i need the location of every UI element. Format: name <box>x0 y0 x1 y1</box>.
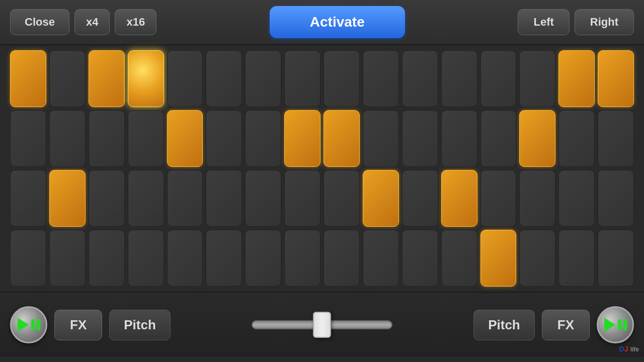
grid-cell-r2-c0[interactable] <box>10 170 46 227</box>
grid-cell-r1-c12[interactable] <box>480 110 517 167</box>
left-pause-bar-1 <box>31 319 35 330</box>
grid-cell-r1-c13[interactable] <box>519 110 555 167</box>
left-play-button[interactable] <box>10 306 47 343</box>
right-button[interactable]: Right <box>575 9 634 35</box>
grid-cell-r1-c6[interactable] <box>245 110 281 167</box>
left-pause-bar-2 <box>37 319 40 330</box>
top-bar: Close x4 x16 Activate Left Right <box>0 0 644 45</box>
activate-button[interactable]: Activate <box>270 6 405 38</box>
watermark-rest: life <box>630 346 639 353</box>
grid-cell-r3-c1[interactable] <box>49 230 86 287</box>
grid-cell-r3-c14[interactable] <box>558 230 595 287</box>
grid-cell-r3-c8[interactable] <box>324 230 360 287</box>
grid-cell-r3-c7[interactable] <box>284 230 320 287</box>
watermark-d: J <box>624 345 628 353</box>
right-play-pause-icon <box>604 318 627 332</box>
grid-cell-r0-c6[interactable] <box>245 50 281 107</box>
grid-cell-r3-c5[interactable] <box>206 230 242 287</box>
grid-cell-r3-c9[interactable] <box>363 230 399 287</box>
grid-area <box>0 45 644 292</box>
top-left-controls: Close x4 x16 <box>10 9 156 35</box>
grid-cell-r2-c10[interactable] <box>402 170 438 227</box>
right-pitch-button[interactable]: Pitch <box>473 310 535 340</box>
grid-cell-r1-c5[interactable] <box>206 110 242 167</box>
grid-cell-r0-c4[interactable] <box>167 50 203 107</box>
grid-cell-r0-c11[interactable] <box>441 50 477 107</box>
crossfader-container <box>252 312 392 337</box>
grid-cell-r3-c10[interactable] <box>402 230 438 287</box>
right-fx-button[interactable]: FX <box>542 310 590 340</box>
grid-cell-r1-c10[interactable] <box>402 110 438 167</box>
grid-cell-r1-c15[interactable] <box>598 110 634 167</box>
left-play-triangle <box>18 318 29 332</box>
left-fx-button[interactable]: FX <box>54 310 102 340</box>
grid-cell-r3-c15[interactable] <box>598 230 634 287</box>
grid-cell-r2-c8[interactable] <box>324 170 360 227</box>
grid-cell-r2-c12[interactable] <box>480 170 517 227</box>
grid-cell-r0-c5[interactable] <box>206 50 242 107</box>
grid-cell-r3-c12[interactable] <box>480 230 517 287</box>
right-pause-bars <box>618 319 627 330</box>
grid-cell-r1-c3[interactable] <box>128 110 164 167</box>
grid-cell-r2-c6[interactable] <box>245 170 281 227</box>
grid-cell-r2-c2[interactable] <box>89 170 125 227</box>
grid-cell-r0-c8[interactable] <box>324 50 360 107</box>
x4-button[interactable]: x4 <box>74 9 110 35</box>
grid-cell-r0-c2[interactable] <box>89 50 125 107</box>
left-pause-bars <box>31 319 40 330</box>
grid-cell-r0-c9[interactable] <box>363 50 399 107</box>
grid-cell-r2-c3[interactable] <box>128 170 164 227</box>
grid-cell-r2-c4[interactable] <box>167 170 203 227</box>
grid-cell-r0-c7[interactable] <box>284 50 320 107</box>
grid-cell-r2-c15[interactable] <box>598 170 634 227</box>
grid-cell-r1-c9[interactable] <box>363 110 399 167</box>
grid-cell-r0-c14[interactable] <box>558 50 595 107</box>
grid-cell-r0-c12[interactable] <box>480 50 517 107</box>
grid-cell-r1-c2[interactable] <box>89 110 125 167</box>
watermark-p: D <box>619 345 624 353</box>
grid-cell-r1-c11[interactable] <box>441 110 477 167</box>
grid-cell-r2-c14[interactable] <box>558 170 595 227</box>
grid-cell-r0-c15[interactable] <box>598 50 634 107</box>
bottom-center-slider <box>171 312 473 337</box>
grid-cell-r0-c0[interactable] <box>10 50 46 107</box>
grid-cell-r1-c7[interactable] <box>284 110 320 167</box>
grid-cell-r1-c14[interactable] <box>558 110 595 167</box>
crossfader-track <box>252 320 392 329</box>
grid-cell-r3-c11[interactable] <box>441 230 477 287</box>
right-play-button[interactable] <box>597 306 634 343</box>
grid-cell-r1-c0[interactable] <box>10 110 46 167</box>
grid-cell-r2-c13[interactable] <box>519 170 555 227</box>
grid-cell-r0-c1[interactable] <box>49 50 86 107</box>
watermark: DJ life <box>619 345 639 353</box>
grid-cell-r3-c6[interactable] <box>245 230 281 287</box>
grid-cell-r3-c3[interactable] <box>128 230 164 287</box>
close-button[interactable]: Close <box>10 9 69 35</box>
left-play-pause-icon <box>18 318 40 332</box>
crossfader-thumb[interactable] <box>313 312 331 338</box>
x16-button[interactable]: x16 <box>115 9 156 35</box>
right-pause-bar-2 <box>623 319 627 330</box>
left-button[interactable]: Left <box>518 9 569 35</box>
grid-cell-r2-c9[interactable] <box>363 170 399 227</box>
grid-cell-r3-c0[interactable] <box>10 230 46 287</box>
grid-cell-r2-c7[interactable] <box>284 170 320 227</box>
grid-cell-r1-c4[interactable] <box>167 110 203 167</box>
grid-cell-r1-c1[interactable] <box>49 110 86 167</box>
grid-cell-r2-c5[interactable] <box>206 170 242 227</box>
grid-cell-r1-c8[interactable] <box>324 110 360 167</box>
right-play-triangle <box>604 318 615 332</box>
grid-cell-r2-c11[interactable] <box>441 170 477 227</box>
top-right-controls: Left Right <box>518 9 634 35</box>
bottom-left-controls: FX Pitch <box>10 306 171 343</box>
grid-cell-r2-c1[interactable] <box>49 170 86 227</box>
grid-cell-r0-c10[interactable] <box>402 50 438 107</box>
bottom-right-controls: Pitch FX <box>473 306 634 343</box>
activate-center: Activate <box>270 6 405 38</box>
left-pitch-button[interactable]: Pitch <box>109 310 171 340</box>
grid-cell-r0-c13[interactable] <box>519 50 555 107</box>
grid-cell-r3-c13[interactable] <box>519 230 555 287</box>
grid-cell-r3-c2[interactable] <box>89 230 125 287</box>
grid-cell-r0-c3[interactable] <box>128 50 164 107</box>
grid-cell-r3-c4[interactable] <box>167 230 203 287</box>
